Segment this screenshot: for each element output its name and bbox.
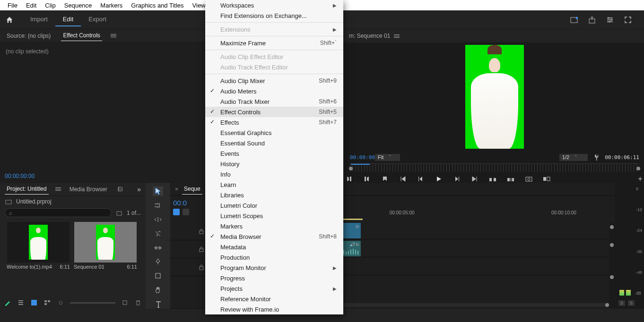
svg-rect-25 [200, 267, 203, 270]
menu-item-effect-controls[interactable]: ✓Effect ControlsShift+5 [205, 107, 343, 117]
menu-item-history[interactable]: History [205, 159, 343, 169]
resolution-select[interactable]: 1/2 ˅ [559, 154, 588, 161]
menu-item-essential-sound[interactable]: Essential Sound [205, 138, 343, 148]
solo-l[interactable]: S [618, 300, 625, 306]
sequence-tab[interactable]: Seque [182, 184, 202, 195]
menu-item-markers[interactable]: Markers [205, 221, 343, 231]
settings-icon[interactable] [606, 16, 614, 24]
list-view-icon[interactable] [17, 299, 25, 306]
menu-item-review-with-frame-io[interactable]: Review with Frame.io [205, 304, 343, 314]
menu-item-audio-clip-mixer[interactable]: Audio Clip MixerShift+9 [205, 76, 343, 86]
new-item-icon[interactable] [121, 299, 129, 306]
lock-icon[interactable] [198, 228, 205, 235]
pen-icon[interactable] [4, 299, 11, 306]
menu-item-lumetri-scopes[interactable]: Lumetri Scopes [205, 211, 343, 221]
menu-item-media-browser[interactable]: ✓Media BrowserShift+8 [205, 231, 343, 242]
menu-sequence[interactable]: Sequence [61, 1, 96, 10]
type-tool-icon[interactable] [153, 299, 163, 309]
lock-icon[interactable] [198, 246, 205, 253]
menu-file[interactable]: File [4, 1, 21, 10]
project-panel: Project: Untitled Media Browser El » Unt… [0, 183, 146, 309]
rectangle-tool-icon[interactable] [153, 271, 163, 280]
selection-tool-icon[interactable] [153, 186, 163, 196]
fullscreen-icon[interactable] [624, 16, 632, 24]
panel-menu-icon[interactable] [55, 187, 61, 191]
freeform-view-icon[interactable] [44, 299, 51, 306]
menu-item-workspaces[interactable]: Workspaces▶ [205, 0, 343, 10]
mark-out-icon[interactable] [363, 175, 371, 183]
media-browser-tab[interactable]: Media Browser [68, 184, 109, 195]
lock-icon[interactable] [198, 263, 205, 271]
menu-item-info[interactable]: Info [205, 169, 343, 179]
menu-graphics-and-titles[interactable]: Graphics and Titles [127, 1, 187, 10]
solo-r[interactable]: S [628, 300, 635, 306]
ws-tab-edit[interactable]: Edit [55, 13, 81, 26]
go-to-out-icon[interactable] [471, 175, 479, 183]
menu-item-learn[interactable]: Learn [205, 179, 343, 190]
program-tc-left[interactable]: 00:00:00 [350, 154, 375, 161]
ripple-edit-tool-icon[interactable] [153, 215, 163, 224]
menu-item-libraries[interactable]: Libraries [205, 190, 343, 200]
quick-export-icon[interactable] [570, 16, 578, 24]
ws-tab-import[interactable]: Import [23, 13, 55, 26]
program-ruler[interactable] [350, 163, 639, 172]
menu-item-maximize-frame[interactable]: Maximize FrameShift+` [205, 38, 343, 48]
home-icon[interactable] [6, 16, 13, 24]
go-to-in-icon[interactable] [399, 175, 407, 183]
source-tab[interactable]: Source: (no clips) [5, 31, 52, 41]
menu-item-reference-monitor[interactable]: Reference Monitor [205, 294, 343, 304]
hand-tool-icon[interactable] [153, 285, 163, 295]
menu-item-metadata[interactable]: Metadata [205, 242, 343, 252]
menu-item-program-monitor[interactable]: Program Monitor▶ [205, 263, 343, 273]
step-fwd-icon[interactable] [453, 175, 461, 183]
lift-icon[interactable] [489, 175, 496, 183]
linked-toggle[interactable] [183, 209, 189, 215]
menu-item-events[interactable]: Events [205, 148, 343, 159]
comparison-icon[interactable] [543, 175, 550, 183]
menu-edit[interactable]: Edit [22, 1, 40, 10]
razor-tool-icon[interactable] [153, 229, 163, 238]
menu-item-audio-meters[interactable]: ✓Audio Meters [205, 86, 343, 96]
overflow-tab[interactable]: El [116, 184, 125, 195]
menu-item-production[interactable]: Production [205, 252, 343, 263]
menu-item-effects[interactable]: ✓EffectsShift+7 [205, 117, 343, 127]
bin-icon[interactable] [5, 198, 12, 205]
snap-toggle[interactable] [173, 209, 180, 215]
menu-item-projects[interactable]: Projects▶ [205, 283, 343, 294]
add-button-icon[interactable]: + [636, 175, 644, 183]
menu-item-lumetri-color[interactable]: Lumetri Color [205, 200, 343, 211]
track-select-tool-icon[interactable] [153, 201, 163, 210]
window-menu-dropdown[interactable]: Workspaces▶Find Extensions on Exchange..… [205, 0, 343, 314]
extract-icon[interactable] [507, 175, 514, 183]
menu-item-essential-graphics[interactable]: Essential Graphics [205, 127, 343, 138]
mark-in-icon[interactable] [345, 175, 353, 183]
pen-tool-icon[interactable] [153, 257, 163, 266]
play-icon[interactable] [435, 175, 443, 183]
menu-item-progress[interactable]: Progress [205, 273, 343, 283]
project-item[interactable]: Welcome to(1).mp46:11 [6, 222, 71, 271]
project-item[interactable]: Sequence 016:11 [73, 222, 138, 271]
ws-tab-export[interactable]: Export [81, 13, 114, 26]
effect-controls-tab[interactable]: Effect Controls [61, 30, 102, 41]
trash-icon[interactable] [134, 299, 142, 306]
menu-clip[interactable]: Clip [41, 1, 59, 10]
export-icon[interactable] [588, 16, 596, 24]
step-back-icon[interactable] [417, 175, 425, 183]
program-viewer[interactable] [345, 42, 644, 151]
new-bin-icon[interactable] [115, 209, 123, 217]
zoom-fit-select[interactable]: Fit ˅ [375, 154, 400, 161]
icon-view-icon[interactable] [30, 299, 38, 306]
overflow-icon[interactable]: » [137, 186, 141, 193]
panel-menu-icon[interactable] [111, 34, 116, 37]
panel-menu-icon[interactable] [394, 34, 400, 38]
zoom-slider-icon[interactable]: ○ [57, 299, 64, 306]
marker-icon[interactable] [381, 175, 389, 183]
settings-wrench-icon[interactable] [591, 152, 602, 163]
export-frame-icon[interactable] [525, 175, 532, 183]
menu-item-audio-track-mixer[interactable]: Audio Track MixerShift+6 [205, 96, 343, 107]
slip-tool-icon[interactable] [153, 243, 163, 253]
project-tab[interactable]: Project: Untitled [5, 184, 49, 195]
menu-markers[interactable]: Markers [96, 1, 126, 10]
menu-item-find-extensions-on-exchange-[interactable]: Find Extensions on Exchange... [205, 10, 343, 21]
search-input[interactable]: ⌕ [5, 208, 112, 217]
